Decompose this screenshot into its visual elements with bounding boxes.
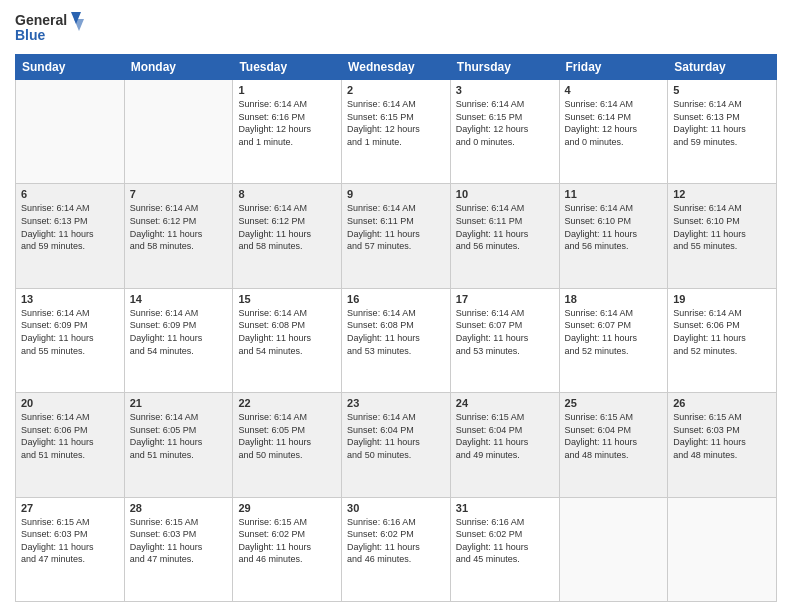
day-header-friday: Friday <box>559 55 668 80</box>
day-number: 2 <box>347 84 445 96</box>
calendar-cell: 14Sunrise: 6:14 AM Sunset: 6:09 PM Dayli… <box>124 288 233 392</box>
calendar-cell <box>16 80 125 184</box>
day-info: Sunrise: 6:14 AM Sunset: 6:08 PM Dayligh… <box>347 307 445 357</box>
day-number: 10 <box>456 188 554 200</box>
calendar-cell: 21Sunrise: 6:14 AM Sunset: 6:05 PM Dayli… <box>124 393 233 497</box>
svg-text:General: General <box>15 12 67 28</box>
day-number: 5 <box>673 84 771 96</box>
day-header-monday: Monday <box>124 55 233 80</box>
calendar-cell: 10Sunrise: 6:14 AM Sunset: 6:11 PM Dayli… <box>450 184 559 288</box>
logo: General Blue <box>15 10 85 48</box>
calendar-cell <box>559 497 668 601</box>
day-info: Sunrise: 6:14 AM Sunset: 6:09 PM Dayligh… <box>21 307 119 357</box>
calendar-cell: 1Sunrise: 6:14 AM Sunset: 6:16 PM Daylig… <box>233 80 342 184</box>
day-number: 23 <box>347 397 445 409</box>
calendar-cell: 24Sunrise: 6:15 AM Sunset: 6:04 PM Dayli… <box>450 393 559 497</box>
day-number: 22 <box>238 397 336 409</box>
calendar-cell: 6Sunrise: 6:14 AM Sunset: 6:13 PM Daylig… <box>16 184 125 288</box>
svg-text:Blue: Blue <box>15 27 46 43</box>
calendar-week-row: 1Sunrise: 6:14 AM Sunset: 6:16 PM Daylig… <box>16 80 777 184</box>
calendar-cell: 3Sunrise: 6:14 AM Sunset: 6:15 PM Daylig… <box>450 80 559 184</box>
day-info: Sunrise: 6:14 AM Sunset: 6:10 PM Dayligh… <box>565 202 663 252</box>
svg-marker-3 <box>74 19 84 31</box>
day-info: Sunrise: 6:16 AM Sunset: 6:02 PM Dayligh… <box>456 516 554 566</box>
day-number: 26 <box>673 397 771 409</box>
day-number: 28 <box>130 502 228 514</box>
day-info: Sunrise: 6:14 AM Sunset: 6:12 PM Dayligh… <box>130 202 228 252</box>
calendar-cell <box>124 80 233 184</box>
day-info: Sunrise: 6:14 AM Sunset: 6:13 PM Dayligh… <box>21 202 119 252</box>
day-number: 25 <box>565 397 663 409</box>
calendar-cell: 2Sunrise: 6:14 AM Sunset: 6:15 PM Daylig… <box>342 80 451 184</box>
day-number: 12 <box>673 188 771 200</box>
day-header-saturday: Saturday <box>668 55 777 80</box>
day-number: 21 <box>130 397 228 409</box>
day-info: Sunrise: 6:14 AM Sunset: 6:15 PM Dayligh… <box>456 98 554 148</box>
day-info: Sunrise: 6:15 AM Sunset: 6:03 PM Dayligh… <box>673 411 771 461</box>
day-number: 31 <box>456 502 554 514</box>
day-number: 19 <box>673 293 771 305</box>
calendar-cell: 31Sunrise: 6:16 AM Sunset: 6:02 PM Dayli… <box>450 497 559 601</box>
day-info: Sunrise: 6:14 AM Sunset: 6:07 PM Dayligh… <box>565 307 663 357</box>
logo-svg: General Blue <box>15 10 85 48</box>
day-number: 6 <box>21 188 119 200</box>
calendar-cell: 20Sunrise: 6:14 AM Sunset: 6:06 PM Dayli… <box>16 393 125 497</box>
day-number: 24 <box>456 397 554 409</box>
calendar-cell <box>668 497 777 601</box>
day-info: Sunrise: 6:14 AM Sunset: 6:15 PM Dayligh… <box>347 98 445 148</box>
day-info: Sunrise: 6:15 AM Sunset: 6:04 PM Dayligh… <box>456 411 554 461</box>
calendar-week-row: 13Sunrise: 6:14 AM Sunset: 6:09 PM Dayli… <box>16 288 777 392</box>
day-info: Sunrise: 6:14 AM Sunset: 6:09 PM Dayligh… <box>130 307 228 357</box>
calendar-cell: 30Sunrise: 6:16 AM Sunset: 6:02 PM Dayli… <box>342 497 451 601</box>
day-info: Sunrise: 6:14 AM Sunset: 6:10 PM Dayligh… <box>673 202 771 252</box>
day-number: 4 <box>565 84 663 96</box>
calendar-cell: 27Sunrise: 6:15 AM Sunset: 6:03 PM Dayli… <box>16 497 125 601</box>
day-info: Sunrise: 6:14 AM Sunset: 6:06 PM Dayligh… <box>673 307 771 357</box>
calendar-header-row: SundayMondayTuesdayWednesdayThursdayFrid… <box>16 55 777 80</box>
calendar-cell: 16Sunrise: 6:14 AM Sunset: 6:08 PM Dayli… <box>342 288 451 392</box>
day-info: Sunrise: 6:14 AM Sunset: 6:05 PM Dayligh… <box>238 411 336 461</box>
day-number: 20 <box>21 397 119 409</box>
day-info: Sunrise: 6:14 AM Sunset: 6:13 PM Dayligh… <box>673 98 771 148</box>
calendar-cell: 22Sunrise: 6:14 AM Sunset: 6:05 PM Dayli… <box>233 393 342 497</box>
day-number: 27 <box>21 502 119 514</box>
day-info: Sunrise: 6:14 AM Sunset: 6:16 PM Dayligh… <box>238 98 336 148</box>
day-number: 18 <box>565 293 663 305</box>
day-info: Sunrise: 6:15 AM Sunset: 6:03 PM Dayligh… <box>21 516 119 566</box>
calendar-cell: 17Sunrise: 6:14 AM Sunset: 6:07 PM Dayli… <box>450 288 559 392</box>
calendar-cell: 18Sunrise: 6:14 AM Sunset: 6:07 PM Dayli… <box>559 288 668 392</box>
calendar-week-row: 20Sunrise: 6:14 AM Sunset: 6:06 PM Dayli… <box>16 393 777 497</box>
day-number: 8 <box>238 188 336 200</box>
day-info: Sunrise: 6:14 AM Sunset: 6:08 PM Dayligh… <box>238 307 336 357</box>
calendar-cell: 29Sunrise: 6:15 AM Sunset: 6:02 PM Dayli… <box>233 497 342 601</box>
calendar-cell: 8Sunrise: 6:14 AM Sunset: 6:12 PM Daylig… <box>233 184 342 288</box>
day-number: 1 <box>238 84 336 96</box>
day-info: Sunrise: 6:14 AM Sunset: 6:12 PM Dayligh… <box>238 202 336 252</box>
day-number: 7 <box>130 188 228 200</box>
day-number: 13 <box>21 293 119 305</box>
calendar-cell: 7Sunrise: 6:14 AM Sunset: 6:12 PM Daylig… <box>124 184 233 288</box>
day-info: Sunrise: 6:14 AM Sunset: 6:11 PM Dayligh… <box>456 202 554 252</box>
calendar-cell: 5Sunrise: 6:14 AM Sunset: 6:13 PM Daylig… <box>668 80 777 184</box>
day-number: 30 <box>347 502 445 514</box>
calendar-cell: 13Sunrise: 6:14 AM Sunset: 6:09 PM Dayli… <box>16 288 125 392</box>
day-info: Sunrise: 6:14 AM Sunset: 6:05 PM Dayligh… <box>130 411 228 461</box>
day-number: 16 <box>347 293 445 305</box>
day-info: Sunrise: 6:14 AM Sunset: 6:14 PM Dayligh… <box>565 98 663 148</box>
day-header-sunday: Sunday <box>16 55 125 80</box>
day-number: 15 <box>238 293 336 305</box>
day-info: Sunrise: 6:14 AM Sunset: 6:11 PM Dayligh… <box>347 202 445 252</box>
day-info: Sunrise: 6:14 AM Sunset: 6:04 PM Dayligh… <box>347 411 445 461</box>
day-info: Sunrise: 6:14 AM Sunset: 6:07 PM Dayligh… <box>456 307 554 357</box>
day-number: 9 <box>347 188 445 200</box>
calendar-cell: 28Sunrise: 6:15 AM Sunset: 6:03 PM Dayli… <box>124 497 233 601</box>
day-header-thursday: Thursday <box>450 55 559 80</box>
day-number: 11 <box>565 188 663 200</box>
day-number: 14 <box>130 293 228 305</box>
day-info: Sunrise: 6:15 AM Sunset: 6:03 PM Dayligh… <box>130 516 228 566</box>
calendar-week-row: 27Sunrise: 6:15 AM Sunset: 6:03 PM Dayli… <box>16 497 777 601</box>
calendar-cell: 9Sunrise: 6:14 AM Sunset: 6:11 PM Daylig… <box>342 184 451 288</box>
calendar-cell: 25Sunrise: 6:15 AM Sunset: 6:04 PM Dayli… <box>559 393 668 497</box>
day-number: 3 <box>456 84 554 96</box>
calendar-cell: 23Sunrise: 6:14 AM Sunset: 6:04 PM Dayli… <box>342 393 451 497</box>
